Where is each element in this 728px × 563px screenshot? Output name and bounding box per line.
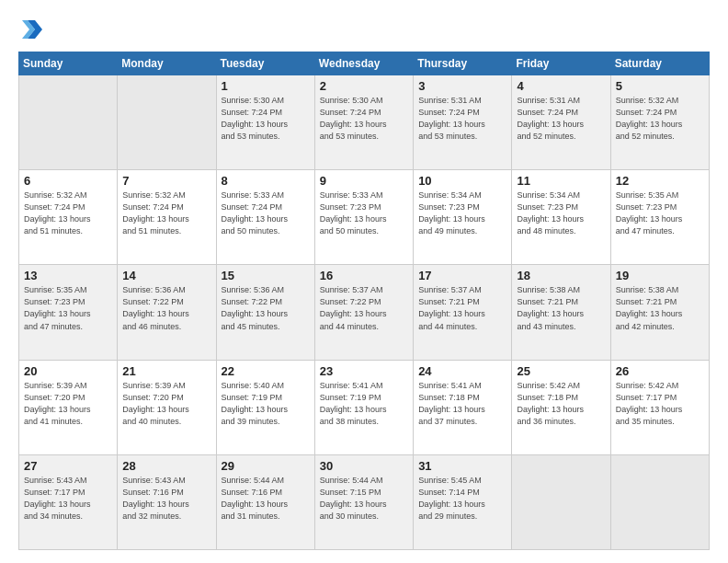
calendar-row: 27Sunrise: 5:43 AM Sunset: 7:17 PM Dayli…: [19, 454, 710, 549]
calendar-cell: 31Sunrise: 5:45 AM Sunset: 7:14 PM Dayli…: [414, 454, 512, 549]
day-info: Sunrise: 5:39 AM Sunset: 7:20 PM Dayligh…: [122, 380, 210, 428]
day-number: 9: [320, 174, 408, 188]
day-info: Sunrise: 5:43 AM Sunset: 7:16 PM Dayligh…: [122, 475, 210, 523]
day-number: 18: [517, 269, 605, 282]
weekday-header: Saturday: [610, 52, 709, 75]
weekday-header: Sunday: [19, 52, 118, 75]
weekday-header: Thursday: [414, 52, 512, 75]
day-info: Sunrise: 5:40 AM Sunset: 7:19 PM Dayligh…: [222, 380, 310, 428]
day-number: 25: [517, 364, 605, 378]
calendar-cell: 21Sunrise: 5:39 AM Sunset: 7:20 PM Dayli…: [118, 360, 216, 454]
logo-icon: [18, 17, 44, 42]
calendar-cell: [118, 75, 216, 170]
day-info: Sunrise: 5:37 AM Sunset: 7:22 PM Dayligh…: [320, 284, 408, 332]
calendar-cell: 10Sunrise: 5:34 AM Sunset: 7:23 PM Dayli…: [414, 170, 512, 265]
day-info: Sunrise: 5:44 AM Sunset: 7:16 PM Dayligh…: [222, 475, 310, 523]
day-info: Sunrise: 5:41 AM Sunset: 7:19 PM Dayligh…: [320, 380, 408, 428]
calendar-cell: 22Sunrise: 5:40 AM Sunset: 7:19 PM Dayli…: [216, 360, 314, 454]
day-info: Sunrise: 5:36 AM Sunset: 7:22 PM Dayligh…: [122, 284, 210, 332]
day-number: 14: [122, 269, 210, 282]
page: SundayMondayTuesdayWednesdayThursdayFrid…: [0, 0, 728, 563]
calendar-cell: 2Sunrise: 5:30 AM Sunset: 7:24 PM Daylig…: [314, 75, 413, 170]
calendar-header-row: SundayMondayTuesdayWednesdayThursdayFrid…: [19, 52, 710, 75]
day-info: Sunrise: 5:42 AM Sunset: 7:18 PM Dayligh…: [517, 380, 605, 428]
day-number: 17: [418, 269, 506, 282]
logo: [18, 17, 50, 42]
weekday-header: Monday: [118, 52, 216, 75]
calendar-cell: 14Sunrise: 5:36 AM Sunset: 7:22 PM Dayli…: [118, 265, 216, 360]
day-info: Sunrise: 5:38 AM Sunset: 7:21 PM Dayligh…: [616, 284, 704, 332]
calendar-row: 13Sunrise: 5:35 AM Sunset: 7:23 PM Dayli…: [19, 265, 710, 360]
weekday-header: Tuesday: [216, 52, 314, 75]
day-number: 13: [24, 269, 112, 282]
day-info: Sunrise: 5:38 AM Sunset: 7:21 PM Dayligh…: [517, 284, 605, 332]
calendar-cell: [610, 454, 709, 549]
day-number: 11: [517, 174, 605, 188]
calendar-cell: 24Sunrise: 5:41 AM Sunset: 7:18 PM Dayli…: [414, 360, 512, 454]
calendar-cell: 13Sunrise: 5:35 AM Sunset: 7:23 PM Dayli…: [19, 265, 118, 360]
calendar-row: 1Sunrise: 5:30 AM Sunset: 7:24 PM Daylig…: [19, 75, 710, 170]
calendar-cell: 19Sunrise: 5:38 AM Sunset: 7:21 PM Dayli…: [610, 265, 709, 360]
calendar-cell: 5Sunrise: 5:32 AM Sunset: 7:24 PM Daylig…: [610, 75, 709, 170]
day-info: Sunrise: 5:44 AM Sunset: 7:15 PM Dayligh…: [320, 475, 408, 523]
day-number: 15: [222, 269, 310, 282]
day-number: 22: [222, 364, 310, 378]
day-info: Sunrise: 5:39 AM Sunset: 7:20 PM Dayligh…: [24, 380, 112, 428]
day-number: 6: [24, 174, 112, 188]
day-number: 26: [616, 364, 704, 378]
day-number: 2: [320, 79, 408, 93]
calendar-cell: [512, 454, 610, 549]
day-info: Sunrise: 5:43 AM Sunset: 7:17 PM Dayligh…: [24, 475, 112, 523]
weekday-header: Friday: [512, 52, 610, 75]
day-number: 1: [222, 79, 310, 93]
day-info: Sunrise: 5:45 AM Sunset: 7:14 PM Dayligh…: [418, 475, 506, 523]
calendar-cell: 15Sunrise: 5:36 AM Sunset: 7:22 PM Dayli…: [216, 265, 314, 360]
calendar-cell: 6Sunrise: 5:32 AM Sunset: 7:24 PM Daylig…: [19, 170, 118, 265]
day-info: Sunrise: 5:34 AM Sunset: 7:23 PM Dayligh…: [418, 190, 506, 237]
calendar-cell: 23Sunrise: 5:41 AM Sunset: 7:19 PM Dayli…: [314, 360, 413, 454]
day-info: Sunrise: 5:32 AM Sunset: 7:24 PM Dayligh…: [24, 190, 112, 237]
calendar-cell: 17Sunrise: 5:37 AM Sunset: 7:21 PM Dayli…: [414, 265, 512, 360]
calendar-cell: 4Sunrise: 5:31 AM Sunset: 7:24 PM Daylig…: [512, 75, 610, 170]
day-number: 3: [418, 79, 506, 93]
calendar-cell: 18Sunrise: 5:38 AM Sunset: 7:21 PM Dayli…: [512, 265, 610, 360]
day-number: 30: [320, 459, 408, 473]
day-number: 31: [418, 459, 506, 473]
day-info: Sunrise: 5:35 AM Sunset: 7:23 PM Dayligh…: [616, 190, 704, 237]
day-number: 24: [418, 364, 506, 378]
calendar-cell: 3Sunrise: 5:31 AM Sunset: 7:24 PM Daylig…: [414, 75, 512, 170]
calendar-cell: 20Sunrise: 5:39 AM Sunset: 7:20 PM Dayli…: [19, 360, 118, 454]
calendar-cell: 30Sunrise: 5:44 AM Sunset: 7:15 PM Dayli…: [314, 454, 413, 549]
calendar-cell: 7Sunrise: 5:32 AM Sunset: 7:24 PM Daylig…: [118, 170, 216, 265]
day-info: Sunrise: 5:30 AM Sunset: 7:24 PM Dayligh…: [320, 95, 408, 143]
day-number: 27: [24, 459, 112, 473]
calendar-cell: 1Sunrise: 5:30 AM Sunset: 7:24 PM Daylig…: [216, 75, 314, 170]
day-info: Sunrise: 5:33 AM Sunset: 7:24 PM Dayligh…: [222, 190, 310, 237]
calendar-cell: 26Sunrise: 5:42 AM Sunset: 7:17 PM Dayli…: [610, 360, 709, 454]
day-info: Sunrise: 5:32 AM Sunset: 7:24 PM Dayligh…: [616, 95, 704, 143]
calendar-row: 6Sunrise: 5:32 AM Sunset: 7:24 PM Daylig…: [19, 170, 710, 265]
day-number: 19: [616, 269, 704, 282]
day-number: 5: [616, 79, 704, 93]
calendar-cell: 28Sunrise: 5:43 AM Sunset: 7:16 PM Dayli…: [118, 454, 216, 549]
calendar-cell: 11Sunrise: 5:34 AM Sunset: 7:23 PM Dayli…: [512, 170, 610, 265]
day-number: 4: [517, 79, 605, 93]
day-info: Sunrise: 5:33 AM Sunset: 7:23 PM Dayligh…: [320, 190, 408, 237]
calendar-cell: 29Sunrise: 5:44 AM Sunset: 7:16 PM Dayli…: [216, 454, 314, 549]
calendar-cell: 25Sunrise: 5:42 AM Sunset: 7:18 PM Dayli…: [512, 360, 610, 454]
day-number: 12: [616, 174, 704, 188]
day-info: Sunrise: 5:30 AM Sunset: 7:24 PM Dayligh…: [222, 95, 310, 143]
weekday-header: Wednesday: [314, 52, 413, 75]
day-info: Sunrise: 5:31 AM Sunset: 7:24 PM Dayligh…: [418, 95, 506, 143]
day-info: Sunrise: 5:34 AM Sunset: 7:23 PM Dayligh…: [517, 190, 605, 237]
header: [18, 17, 710, 42]
calendar-row: 20Sunrise: 5:39 AM Sunset: 7:20 PM Dayli…: [19, 360, 710, 454]
calendar-cell: 8Sunrise: 5:33 AM Sunset: 7:24 PM Daylig…: [216, 170, 314, 265]
day-number: 20: [24, 364, 112, 378]
calendar-cell: 16Sunrise: 5:37 AM Sunset: 7:22 PM Dayli…: [314, 265, 413, 360]
day-info: Sunrise: 5:32 AM Sunset: 7:24 PM Dayligh…: [122, 190, 210, 237]
day-number: 16: [320, 269, 408, 282]
day-info: Sunrise: 5:41 AM Sunset: 7:18 PM Dayligh…: [418, 380, 506, 428]
calendar-cell: 9Sunrise: 5:33 AM Sunset: 7:23 PM Daylig…: [314, 170, 413, 265]
day-info: Sunrise: 5:31 AM Sunset: 7:24 PM Dayligh…: [517, 95, 605, 143]
